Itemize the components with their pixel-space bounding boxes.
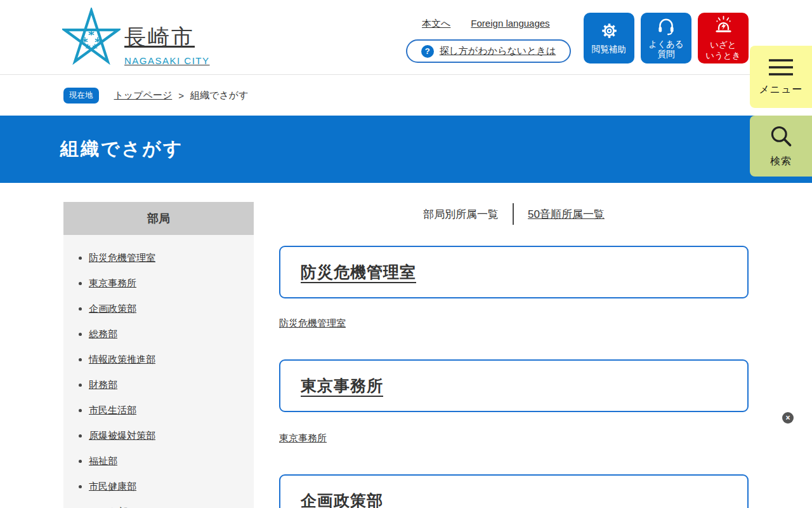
list-item: 財務部 [89, 379, 244, 391]
content-area: 部局 防災危機管理室 東京事務所 企画政策部 総務部 情報政策推進部 財務部 市… [0, 183, 812, 508]
foreign-languages-link[interactable]: Foreign languages [471, 18, 549, 30]
sidebar-item-fukushi[interactable]: 福祉部 [89, 455, 117, 466]
tab-divider [513, 203, 514, 225]
skip-to-content-link[interactable]: 本文へ [422, 18, 450, 30]
site-name-en: NAGASAKI CITY [124, 55, 210, 66]
department-card: 防災危機管理室 [279, 246, 749, 298]
siren-icon [713, 15, 734, 38]
headset-icon [657, 17, 676, 37]
sidebar-item-jouhou[interactable]: 情報政策推進部 [89, 354, 155, 364]
page-title: 組織でさがす [60, 137, 184, 162]
search-label: 検索 [770, 155, 792, 168]
faq-button[interactable]: よくある 質問 [641, 13, 691, 64]
gear-icon [599, 21, 619, 43]
header-tool-buttons: 閲覧補助 よくある 質問 [584, 13, 749, 64]
list-item: 情報政策推進部 [89, 354, 244, 366]
list-item: 原爆被爆対策部 [89, 430, 244, 442]
sidebar-item-bousai[interactable]: 防災危機管理室 [89, 252, 155, 263]
search-help-label: 探し方がわからないときは [440, 45, 556, 57]
header-utility-links: 本文へ Foreign languages [422, 18, 550, 30]
main-column: 部局別所属一覧 50音順所属一覧 防災危機管理室 防災危機管理室 東京事務所 東… [279, 183, 749, 508]
list-item: 東京事務所 [89, 277, 244, 290]
city-star-icon [62, 8, 121, 70]
accessibility-label: 閲覧補助 [592, 44, 626, 55]
search-button[interactable]: 検索 [750, 116, 812, 177]
tab-by-department: 部局別所属一覧 [423, 207, 499, 222]
list-view-tabs: 部局別所属一覧 50音順所属一覧 [279, 203, 749, 225]
breadcrumb-current: 組織でさがす [190, 90, 248, 102]
department-link-tokyo[interactable]: 東京事務所 [279, 432, 327, 444]
logo-text: 長崎市 NAGASAKI CITY [124, 23, 210, 66]
faq-label: よくある 質問 [648, 39, 683, 60]
current-location-badge: 現在地 [63, 88, 99, 104]
page-title-banner: 組織でさがす [0, 116, 812, 183]
breadcrumb: 現在地 トップページ > 組織でさがす [0, 75, 812, 116]
list-item: 福祉部 [89, 455, 244, 467]
list-item: 企画政策部 [89, 303, 244, 315]
department-card: 東京事務所 [279, 359, 749, 412]
site-header: 長崎市 NAGASAKI CITY 本文へ Foreign languages … [0, 0, 812, 75]
emergency-button[interactable]: いざと いうとき [698, 13, 749, 64]
sidebar-title: 部局 [63, 202, 254, 235]
sidebar-item-kikaku[interactable]: 企画政策部 [89, 303, 136, 314]
sidebar-list: 防災危機管理室 東京事務所 企画政策部 総務部 情報政策推進部 財務部 市民生活… [63, 235, 254, 508]
list-item: 市民健康部 [89, 481, 244, 493]
list-item: 市民生活部 [89, 404, 244, 417]
emergency-label: いざと いうとき [705, 40, 740, 61]
sidebar-item-genbaku[interactable]: 原爆被爆対策部 [89, 430, 155, 441]
department-card: 企画政策部 [279, 474, 749, 508]
department-link-bousai[interactable]: 防災危機管理室 [279, 318, 346, 330]
accessibility-button[interactable]: 閲覧補助 [584, 13, 634, 64]
menu-button[interactable]: メニュー [750, 46, 812, 108]
search-help-button[interactable]: ? 探し方がわからないときは [406, 39, 571, 63]
tab-by-syllabary[interactable]: 50音順所属一覧 [528, 207, 605, 222]
sidebar-item-tokyo[interactable]: 東京事務所 [89, 277, 136, 288]
hamburger-icon [767, 57, 795, 79]
question-icon: ? [421, 45, 434, 58]
department-heading-tokyo[interactable]: 東京事務所 [301, 375, 383, 396]
sidebar-item-soumu[interactable]: 総務部 [89, 328, 117, 339]
breadcrumb-separator: > [178, 90, 184, 101]
list-item: 総務部 [89, 328, 244, 340]
sidebar-item-shimin-kenkou[interactable]: 市民健康部 [89, 481, 136, 491]
site-name: 長崎市 [124, 23, 210, 52]
sidebar-item-shimin-seikatsu[interactable]: 市民生活部 [89, 404, 136, 415]
site-logo[interactable]: 長崎市 NAGASAKI CITY [62, 8, 210, 70]
breadcrumb-home-link[interactable]: トップページ [114, 90, 173, 102]
magnifier-icon [768, 124, 794, 151]
menu-label: メニュー [759, 83, 802, 97]
sidebar-item-zaimu[interactable]: 財務部 [89, 379, 117, 390]
department-sidebar: 部局 防災危機管理室 東京事務所 企画政策部 総務部 情報政策推進部 財務部 市… [63, 202, 254, 508]
department-heading-kikaku[interactable]: 企画政策部 [301, 490, 383, 508]
department-heading-bousai[interactable]: 防災危機管理室 [301, 262, 416, 283]
list-item: 防災危機管理室 [89, 252, 244, 264]
close-icon[interactable]: × [782, 412, 794, 424]
